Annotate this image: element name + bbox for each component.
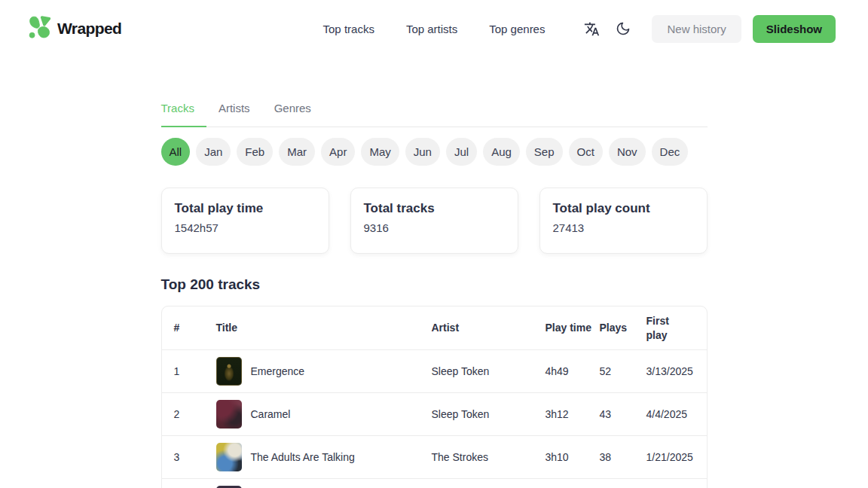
column-header-rank: # <box>174 321 216 334</box>
month-pill[interactable]: Jan <box>196 138 231 166</box>
track-artist: Sleep Token <box>432 408 546 420</box>
stat-card: Total play count 27413 <box>539 188 708 254</box>
month-pill[interactable]: All <box>161 138 191 166</box>
track-play-time: 4h49 <box>546 365 600 377</box>
track-title-cell: Caramel <box>216 400 432 429</box>
stat-label: Total tracks <box>364 201 505 216</box>
table-row[interactable]: 1 Emergence Sleep Token 4h49 52 3/13/202… <box>162 349 707 392</box>
month-pill[interactable]: Feb <box>237 138 273 166</box>
month-pill[interactable]: Aug <box>483 138 520 166</box>
track-first-play: 3/13/2025 <box>646 365 701 377</box>
logo-text: Wrapped <box>57 20 121 38</box>
stats-cards: Total play time 1542h57 Total tracks 931… <box>161 188 708 254</box>
slideshow-button[interactable]: Slideshow <box>753 15 836 43</box>
album-art <box>216 400 242 429</box>
month-pill[interactable]: May <box>361 138 399 166</box>
track-plays: 43 <box>600 408 646 420</box>
stat-value: 9316 <box>364 221 505 234</box>
track-rank: 2 <box>174 408 216 420</box>
moon-icon <box>616 21 631 36</box>
category-tab[interactable]: Genres <box>274 102 323 127</box>
stat-card: Total tracks 9316 <box>350 188 518 254</box>
stat-label: Total play count <box>553 201 694 216</box>
main-nav: Top tracks Top artists Top genres <box>323 23 546 35</box>
translate-icon <box>584 21 600 37</box>
header-actions: New history Slideshow <box>581 15 836 43</box>
month-pill[interactable]: Oct <box>569 138 603 166</box>
theme-toggle-button[interactable] <box>613 18 634 39</box>
section-title: Top 200 tracks <box>161 276 708 293</box>
track-first-play: 1/21/2025 <box>646 451 701 463</box>
logo[interactable]: Wrapped <box>29 15 121 42</box>
nav-link[interactable]: Top tracks <box>323 23 374 35</box>
table-row[interactable]: 3 The Adults Are Talking The Strokes 3h1… <box>162 435 707 478</box>
table-row[interactable]: 2 Caramel Sleep Token 3h12 43 4/4/2025 <box>162 392 707 435</box>
track-first-play: 4/4/2025 <box>646 408 695 420</box>
column-header-title: Title <box>216 321 432 334</box>
track-title: Caramel <box>251 408 291 420</box>
track-title-cell: The Adults Are Talking <box>216 443 432 471</box>
track-play-time: 3h12 <box>546 408 600 420</box>
month-pill[interactable]: Sep <box>526 138 563 166</box>
column-header-plays: Plays <box>600 321 646 334</box>
month-pill[interactable]: Jun <box>405 138 440 166</box>
wrapped-logo-icon <box>29 15 51 42</box>
column-header-artist: Artist <box>432 321 546 334</box>
album-art <box>216 443 242 471</box>
stat-label: Total play time <box>175 201 316 216</box>
month-pill[interactable]: Jul <box>446 138 477 166</box>
table-header-row: # Title Artist Play time Plays First pla… <box>162 307 707 349</box>
nav-link[interactable]: Top artists <box>406 23 457 35</box>
category-tab[interactable]: Artists <box>219 102 262 127</box>
stat-value: 27413 <box>553 221 694 234</box>
tracks-table: # Title Artist Play time Plays First pla… <box>161 306 708 488</box>
album-art <box>216 357 242 386</box>
track-title: Emergence <box>251 365 305 377</box>
month-pill[interactable]: Apr <box>321 138 355 166</box>
month-pill[interactable]: Nov <box>609 138 646 166</box>
stat-card: Total play time 1542h57 <box>161 188 329 254</box>
track-plays: 38 <box>600 451 646 463</box>
track-title-cell: Emergence <box>216 357 432 386</box>
month-pill[interactable]: Dec <box>652 138 689 166</box>
main-content: Tracks Artists Genres All Jan Feb Mar Ap… <box>161 102 708 488</box>
track-title: The Adults Are Talking <box>251 451 355 463</box>
category-tabs: Tracks Artists Genres <box>161 102 708 127</box>
track-rank: 1 <box>174 365 216 377</box>
table-row[interactable]: 4 <box>162 478 707 488</box>
table-body: 1 Emergence Sleep Token 4h49 52 3/13/202… <box>162 349 707 488</box>
nav-link[interactable]: Top genres <box>489 23 545 35</box>
month-filter: All Jan Feb Mar Apr May Jun Jul Aug Sep … <box>161 138 708 166</box>
new-history-button[interactable]: New history <box>652 15 741 43</box>
column-header-first-play: First play <box>646 314 695 341</box>
month-pill[interactable]: Mar <box>279 138 315 166</box>
track-play-time: 3h10 <box>546 451 600 463</box>
column-header-play-time: Play time <box>546 321 600 334</box>
category-tab[interactable]: Tracks <box>161 102 206 127</box>
track-rank: 3 <box>174 451 216 463</box>
language-button[interactable] <box>581 18 602 39</box>
track-plays: 52 <box>600 365 646 377</box>
stat-value: 1542h57 <box>175 221 316 234</box>
track-artist: Sleep Token <box>432 365 546 377</box>
app-header: Wrapped Top tracks Top artists Top genre… <box>0 0 868 57</box>
track-artist: The Strokes <box>432 451 546 463</box>
